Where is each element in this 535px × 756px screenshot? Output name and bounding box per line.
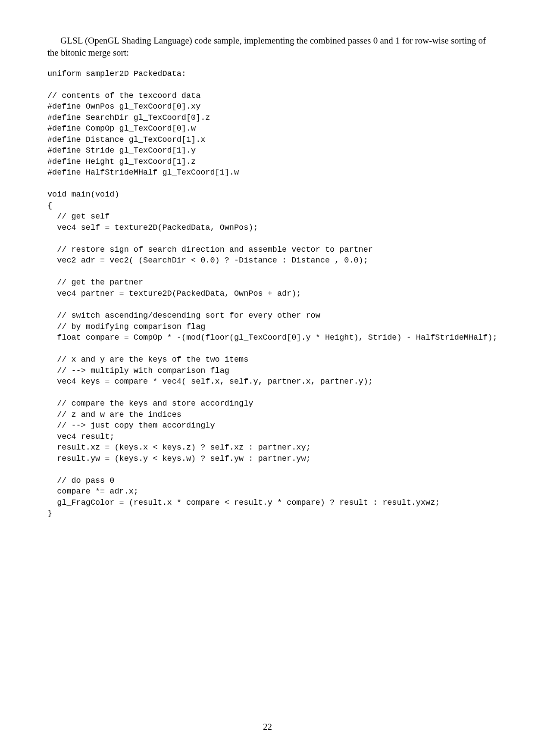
page-number: 22	[0, 722, 535, 732]
page-container: GLSL (OpenGL Shading Language) code samp…	[0, 0, 535, 756]
code-listing: uniform sampler2D PackedData: // content…	[47, 69, 488, 519]
intro-paragraph: GLSL (OpenGL Shading Language) code samp…	[47, 34, 488, 59]
